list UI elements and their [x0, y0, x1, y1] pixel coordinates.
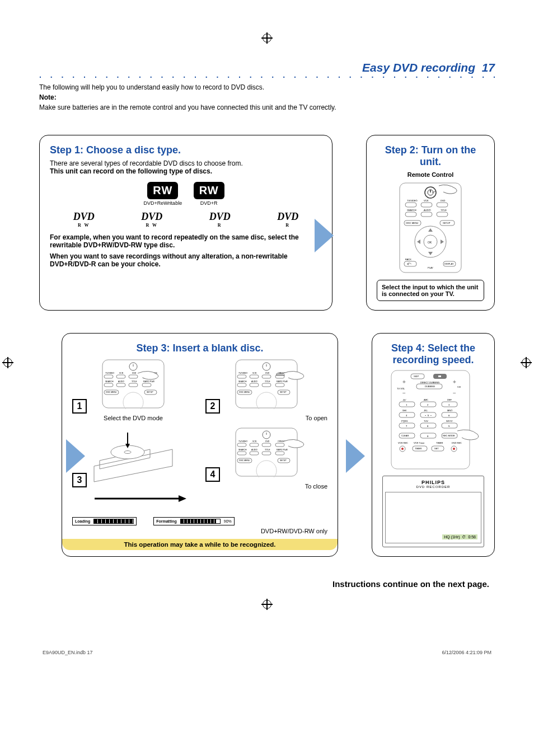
svg-rect-58 [236, 360, 297, 408]
registration-mark-icon [263, 34, 271, 43]
step2-panel: Step 2: Turn on the unit. Remote Control… [366, 135, 495, 311]
footer-left: E9A90UD_EN.indb 17 [43, 650, 93, 655]
svg-text:VCR Timer: VCR Timer [414, 442, 425, 444]
svg-text:VCR: VCR [252, 440, 257, 443]
svg-text:+: + [402, 379, 406, 385]
footer-right: 6/12/2006 4:21:09 PM [442, 650, 491, 655]
svg-line-33 [432, 191, 436, 192]
svg-text:4: 4 [406, 414, 407, 417]
svg-text:ABC: ABC [424, 398, 428, 401]
svg-rect-49 [104, 383, 113, 387]
registration-mark-icon [263, 600, 271, 609]
arrow-right-icon [346, 439, 365, 473]
svg-text:AUDIO: AUDIO [251, 449, 257, 451]
rw-plusr-badge: RW [194, 182, 224, 199]
svg-rect-7 [405, 203, 416, 207]
svg-text:DUBBING: DUBBING [425, 385, 435, 388]
tv-screen: HQ (1Hr) ⏱ 0:58 [385, 492, 481, 543]
step1-para2: When you want to save recordings without… [50, 252, 322, 268]
device-sub: DVD RECORDER [385, 485, 481, 489]
svg-text:SEARCH: SEARCH [238, 449, 247, 451]
svg-rect-78 [275, 383, 284, 387]
step1-text2: This unit can record on the following ty… [50, 167, 322, 175]
svg-text:7: 7 [406, 425, 407, 428]
svg-text:DVD: DVD [265, 440, 270, 443]
svg-text:TV/VIDEO: TV/VIDEO [407, 199, 418, 202]
substep-2-number: 2 [205, 399, 220, 414]
step2-instruction: Select the input to which the unit is co… [377, 280, 484, 301]
svg-rect-9 [437, 203, 448, 207]
svg-text:RAPID PLAY: RAPID PLAY [143, 381, 155, 383]
substep-1-number: 1 [72, 399, 87, 414]
arrow-right-long-icon [72, 493, 327, 504]
svg-text:VCR REC: VCR REC [398, 442, 408, 444]
svg-text:DVD: DVD [441, 199, 446, 202]
svg-text:SEARCH: SEARCH [105, 381, 114, 383]
dvd-logo: DVD [73, 211, 95, 222]
step3-yellow-note: This operation may take a while to be re… [62, 539, 338, 550]
svg-text:DISPLAY: DISPLAY [444, 262, 454, 265]
svg-text:TV/VIDEO: TV/VIDEO [238, 372, 248, 374]
svg-rect-104 [237, 452, 246, 455]
remote-dvd-mode-illustration: TV/VIDEO VCR DVD OPEN/CLOSE SEARCH AUDIO… [88, 359, 172, 409]
page-header: Easy DVD recording 17 · · · · · · · · · … [39, 61, 495, 79]
svg-text:DEF: DEF [447, 398, 452, 401]
svg-text:TV/VIDEO: TV/VIDEO [238, 440, 248, 443]
remote-open-illustration: TV/VIDEO VCR DVD OPEN/CLOSE SEARCH AUDIO [222, 359, 306, 409]
svg-text:SETUP: SETUP [280, 459, 287, 462]
svg-rect-105 [250, 452, 259, 455]
svg-text:TV/VIDEO: TV/VIDEO [105, 372, 115, 374]
svg-text:2: 2 [427, 403, 429, 406]
svg-text:JKL: JKL [424, 409, 428, 412]
page-number: 17 [482, 61, 495, 74]
insert-disc-illustration [88, 427, 178, 483]
step1-panel: Step 1: Choose a disc type. There are se… [39, 135, 332, 311]
svg-text:0: 0 [427, 435, 429, 438]
substep-3-number: 3 [72, 473, 87, 487]
svg-rect-97 [250, 443, 259, 447]
svg-point-87 [124, 451, 131, 454]
svg-text:TIMER: TIMER [415, 447, 422, 450]
svg-text:DISC MENU: DISC MENU [106, 391, 117, 393]
svg-rect-119 [438, 375, 441, 377]
svg-text:DISC MENU: DISC MENU [239, 391, 250, 393]
sub4-caption: To close [205, 483, 327, 490]
step2-title: Step 2: Turn on the unit. [377, 144, 484, 168]
svg-marker-114 [179, 495, 186, 502]
svg-text:TUV: TUV [424, 420, 428, 422]
dvd-logo: DVD [277, 211, 298, 222]
remote-recmode-illustration: SKIP + + TV VOL DIRECT DUBBING DUBBING C… [386, 369, 481, 470]
rw-only-note: DVD+RW/DVD-RW only [72, 528, 327, 534]
svg-text:PQRS: PQRS [401, 420, 408, 422]
svg-rect-75 [237, 383, 246, 387]
svg-text:DIRECT DUBBING: DIRECT DUBBING [420, 381, 439, 384]
svg-rect-96 [237, 443, 246, 447]
step4-panel: Step 4: Select the recording speed. SKIP… [372, 333, 495, 557]
svg-point-83 [256, 392, 277, 409]
svg-point-173 [453, 448, 455, 450]
substep-4-number: 4 [205, 467, 220, 482]
svg-text:VCR: VCR [119, 372, 124, 374]
svg-text:CLEAR: CLEAR [401, 434, 409, 437]
svg-rect-67 [262, 375, 271, 378]
dvd-logo: DVD [209, 211, 231, 222]
dvd-recorder-device: PHILIPS DVD RECORDER HQ (1Hr) ⏱ 0:58 [382, 476, 484, 547]
svg-rect-77 [262, 383, 271, 387]
svg-text:BACK: BACK [405, 258, 411, 261]
svg-marker-23 [428, 228, 433, 232]
rw-rewritable-sub: DVD+ReWritable [140, 200, 185, 206]
step1-para1: For example, when you want to record rep… [50, 233, 322, 249]
svg-text:SETUP: SETUP [443, 222, 451, 224]
svg-text:SETUP: SETUP [147, 391, 153, 393]
svg-text:DVD: DVD [265, 372, 270, 374]
step1-text1: There are several types of recordable DV… [50, 159, 322, 167]
svg-rect-65 [237, 375, 246, 378]
header-title: Easy DVD recording [362, 61, 475, 74]
svg-rect-8 [421, 203, 432, 207]
step3-panel: Step 3: Insert a blank disc. 1 TV/VIDEO … [62, 333, 338, 557]
svg-rect-13 [405, 212, 416, 217]
svg-text:DVD: DVD [132, 372, 137, 374]
step4-title: Step 4: Select the recording speed. [382, 342, 484, 366]
svg-text:+: + [453, 379, 456, 385]
svg-text:TIMER: TIMER [436, 442, 443, 444]
